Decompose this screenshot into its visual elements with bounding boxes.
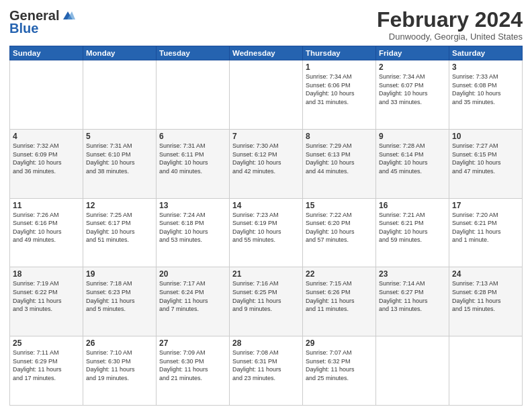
- table-row: 27Sunrise: 7:09 AM Sunset: 6:30 PM Dayli…: [157, 336, 230, 406]
- day-number: 5: [86, 132, 153, 141]
- table-row: 18Sunrise: 7:19 AM Sunset: 6:22 PM Dayli…: [10, 267, 83, 336]
- table-row: [10, 60, 83, 130]
- table-row: [157, 60, 230, 130]
- table-row: 4Sunrise: 7:32 AM Sunset: 6:09 PM Daylig…: [10, 129, 83, 198]
- day-info: Sunrise: 7:23 AM Sunset: 6:19 PM Dayligh…: [232, 211, 300, 244]
- table-row: 14Sunrise: 7:23 AM Sunset: 6:19 PM Dayli…: [230, 198, 303, 267]
- table-row: 22Sunrise: 7:15 AM Sunset: 6:26 PM Dayli…: [303, 267, 376, 336]
- table-row: 23Sunrise: 7:14 AM Sunset: 6:27 PM Dayli…: [376, 267, 449, 336]
- day-info: Sunrise: 7:31 AM Sunset: 6:10 PM Dayligh…: [86, 142, 153, 175]
- col-wednesday: Wednesday: [230, 46, 303, 60]
- day-number: 25: [13, 338, 80, 348]
- day-number: 14: [232, 201, 300, 210]
- table-row: 6Sunrise: 7:31 AM Sunset: 6:11 PM Daylig…: [157, 129, 230, 198]
- table-row: 29Sunrise: 7:07 AM Sunset: 6:32 PM Dayli…: [303, 336, 376, 406]
- location: Dunwoody, Georgia, United States: [377, 32, 523, 42]
- day-info: Sunrise: 7:14 AM Sunset: 6:27 PM Dayligh…: [379, 279, 446, 313]
- month-year: February 2024: [377, 8, 523, 32]
- day-info: Sunrise: 7:26 AM Sunset: 6:16 PM Dayligh…: [13, 211, 80, 244]
- day-info: Sunrise: 7:30 AM Sunset: 6:12 PM Dayligh…: [232, 142, 300, 175]
- day-number: 19: [86, 269, 153, 279]
- day-info: Sunrise: 7:33 AM Sunset: 6:08 PM Dayligh…: [452, 73, 519, 106]
- calendar-table: Sunday Monday Tuesday Wednesday Thursday…: [9, 46, 523, 406]
- table-row: 20Sunrise: 7:17 AM Sunset: 6:24 PM Dayli…: [157, 267, 230, 336]
- calendar-week-row: 11Sunrise: 7:26 AM Sunset: 6:16 PM Dayli…: [10, 198, 523, 267]
- day-info: Sunrise: 7:07 AM Sunset: 6:32 PM Dayligh…: [306, 349, 373, 382]
- day-number: 12: [86, 201, 153, 210]
- calendar-header-row: Sunday Monday Tuesday Wednesday Thursday…: [10, 46, 523, 60]
- day-info: Sunrise: 7:22 AM Sunset: 6:20 PM Dayligh…: [306, 211, 373, 244]
- calendar-week-row: 4Sunrise: 7:32 AM Sunset: 6:09 PM Daylig…: [10, 129, 523, 198]
- day-info: Sunrise: 7:15 AM Sunset: 6:26 PM Dayligh…: [306, 279, 373, 313]
- day-info: Sunrise: 7:25 AM Sunset: 6:17 PM Dayligh…: [86, 211, 153, 244]
- day-info: Sunrise: 7:20 AM Sunset: 6:21 PM Dayligh…: [452, 211, 519, 244]
- table-row: 24Sunrise: 7:13 AM Sunset: 6:28 PM Dayli…: [449, 267, 523, 336]
- col-tuesday: Tuesday: [157, 46, 230, 60]
- day-number: 17: [452, 201, 519, 210]
- header: General Blue February 2024 Dunwoody, Geo…: [9, 8, 523, 42]
- day-info: Sunrise: 7:09 AM Sunset: 6:30 PM Dayligh…: [159, 349, 226, 382]
- table-row: [230, 60, 303, 130]
- table-row: 16Sunrise: 7:21 AM Sunset: 6:21 PM Dayli…: [376, 198, 449, 267]
- day-number: 6: [159, 132, 226, 141]
- col-thursday: Thursday: [303, 46, 376, 60]
- day-number: 16: [379, 201, 446, 210]
- day-info: Sunrise: 7:10 AM Sunset: 6:30 PM Dayligh…: [86, 349, 153, 382]
- day-number: 24: [452, 269, 519, 279]
- calendar-week-row: 1Sunrise: 7:34 AM Sunset: 6:06 PM Daylig…: [10, 60, 523, 130]
- page: General Blue February 2024 Dunwoody, Geo…: [0, 0, 532, 411]
- day-info: Sunrise: 7:27 AM Sunset: 6:15 PM Dayligh…: [452, 142, 519, 175]
- logo: General Blue: [9, 8, 75, 36]
- table-row: 13Sunrise: 7:24 AM Sunset: 6:18 PM Dayli…: [157, 198, 230, 267]
- table-row: 15Sunrise: 7:22 AM Sunset: 6:20 PM Dayli…: [303, 198, 376, 267]
- day-number: 29: [306, 338, 373, 348]
- logo-blue: Blue: [9, 21, 38, 36]
- day-number: 7: [232, 132, 300, 141]
- day-info: Sunrise: 7:13 AM Sunset: 6:28 PM Dayligh…: [452, 279, 519, 313]
- table-row: 10Sunrise: 7:27 AM Sunset: 6:15 PM Dayli…: [449, 129, 523, 198]
- calendar-week-row: 18Sunrise: 7:19 AM Sunset: 6:22 PM Dayli…: [10, 267, 523, 336]
- day-number: 4: [13, 132, 80, 141]
- logo-icon: [60, 10, 75, 22]
- day-number: 20: [159, 269, 226, 279]
- day-number: 23: [379, 269, 446, 279]
- table-row: 3Sunrise: 7:33 AM Sunset: 6:08 PM Daylig…: [449, 60, 523, 130]
- day-number: 3: [452, 62, 519, 72]
- table-row: 2Sunrise: 7:34 AM Sunset: 6:07 PM Daylig…: [376, 60, 449, 130]
- day-number: 8: [306, 132, 373, 141]
- table-row: 8Sunrise: 7:29 AM Sunset: 6:13 PM Daylig…: [303, 129, 376, 198]
- table-row: [376, 336, 449, 406]
- day-number: 9: [379, 132, 446, 141]
- day-info: Sunrise: 7:31 AM Sunset: 6:11 PM Dayligh…: [159, 142, 226, 175]
- table-row: 12Sunrise: 7:25 AM Sunset: 6:17 PM Dayli…: [83, 198, 157, 267]
- day-number: 1: [306, 62, 373, 72]
- day-info: Sunrise: 7:34 AM Sunset: 6:07 PM Dayligh…: [379, 73, 446, 106]
- day-info: Sunrise: 7:19 AM Sunset: 6:22 PM Dayligh…: [13, 279, 80, 313]
- day-number: 27: [159, 338, 226, 348]
- day-number: 21: [232, 269, 300, 279]
- day-info: Sunrise: 7:11 AM Sunset: 6:29 PM Dayligh…: [13, 349, 80, 382]
- table-row: [83, 60, 157, 130]
- title-block: February 2024 Dunwoody, Georgia, United …: [377, 8, 523, 42]
- day-number: 28: [232, 338, 300, 348]
- table-row: 19Sunrise: 7:18 AM Sunset: 6:23 PM Dayli…: [83, 267, 157, 336]
- day-number: 10: [452, 132, 519, 141]
- day-info: Sunrise: 7:32 AM Sunset: 6:09 PM Dayligh…: [13, 142, 80, 175]
- day-info: Sunrise: 7:28 AM Sunset: 6:14 PM Dayligh…: [379, 142, 446, 175]
- col-saturday: Saturday: [449, 46, 523, 60]
- day-info: Sunrise: 7:17 AM Sunset: 6:24 PM Dayligh…: [159, 279, 226, 313]
- table-row: 25Sunrise: 7:11 AM Sunset: 6:29 PM Dayli…: [10, 336, 83, 406]
- day-number: 2: [379, 62, 446, 72]
- col-friday: Friday: [376, 46, 449, 60]
- day-number: 18: [13, 269, 80, 279]
- col-sunday: Sunday: [10, 46, 83, 60]
- day-info: Sunrise: 7:18 AM Sunset: 6:23 PM Dayligh…: [86, 279, 153, 313]
- table-row: 9Sunrise: 7:28 AM Sunset: 6:14 PM Daylig…: [376, 129, 449, 198]
- day-info: Sunrise: 7:34 AM Sunset: 6:06 PM Dayligh…: [306, 73, 373, 106]
- table-row: 21Sunrise: 7:16 AM Sunset: 6:25 PM Dayli…: [230, 267, 303, 336]
- table-row: 7Sunrise: 7:30 AM Sunset: 6:12 PM Daylig…: [230, 129, 303, 198]
- table-row: 17Sunrise: 7:20 AM Sunset: 6:21 PM Dayli…: [449, 198, 523, 267]
- table-row: 11Sunrise: 7:26 AM Sunset: 6:16 PM Dayli…: [10, 198, 83, 267]
- col-monday: Monday: [83, 46, 157, 60]
- day-number: 26: [86, 338, 153, 348]
